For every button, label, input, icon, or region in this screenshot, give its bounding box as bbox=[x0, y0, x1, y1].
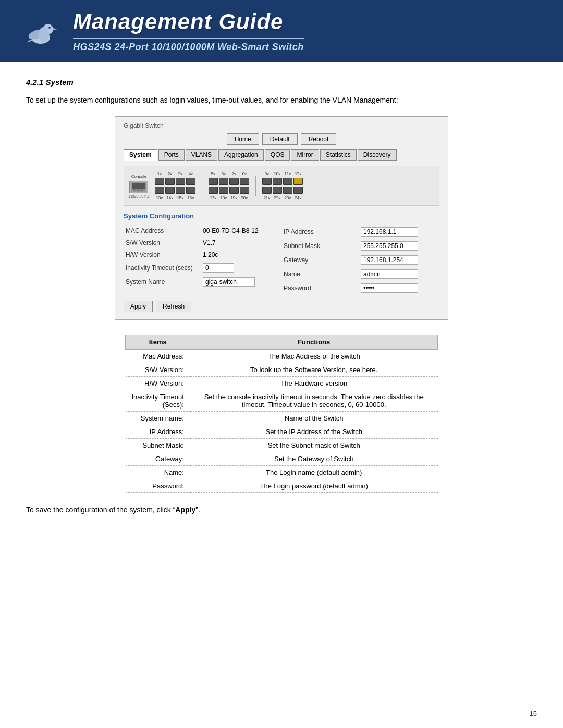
header-divider bbox=[73, 38, 304, 39]
port-24 bbox=[293, 187, 303, 194]
port-group-bottom-5-8 bbox=[209, 187, 249, 194]
ip-address-label: IP Address bbox=[284, 228, 357, 236]
sysname-label: System Name bbox=[126, 278, 199, 286]
port-labels-13-16-bottom: 13x 14x 15x 16x bbox=[155, 195, 195, 200]
port-labels-17-20-bottom: 17x 18x 19x 20x bbox=[209, 195, 249, 200]
home-button[interactable]: Home bbox=[227, 133, 259, 145]
name-input[interactable] bbox=[361, 269, 418, 279]
row-item: Mac Address: bbox=[126, 350, 190, 363]
row-function: The Login name (default admin) bbox=[190, 466, 438, 479]
tab-statistics[interactable]: Statistics bbox=[320, 149, 357, 161]
refresh-button[interactable]: Refresh bbox=[156, 301, 191, 312]
row-item: Password: bbox=[126, 479, 190, 493]
tab-ports[interactable]: Ports bbox=[158, 149, 185, 161]
switch-panel-title: Gigabit Switch bbox=[124, 122, 439, 129]
header-subtitle: HGS24S 24-Port 10/100/1000M Web-Smart Sw… bbox=[73, 42, 304, 53]
sw-version-label: S/W Version bbox=[126, 239, 199, 246]
intro-paragraph: To set up the system configurations such… bbox=[26, 95, 537, 106]
row-item: Inactivity Timeout(Secs): bbox=[126, 390, 190, 412]
subnet-mask-input[interactable] bbox=[361, 241, 418, 251]
console-icon bbox=[129, 181, 148, 193]
port-18 bbox=[219, 187, 228, 194]
svg-rect-10 bbox=[137, 189, 139, 191]
hw-version-label: H/W Version bbox=[126, 251, 199, 258]
switch-panel: Gigabit Switch Home Default Reboot Syste… bbox=[115, 116, 448, 320]
tab-qos[interactable]: QOS bbox=[265, 149, 290, 161]
port-17 bbox=[209, 187, 218, 194]
config-row-name: Name bbox=[282, 267, 439, 281]
config-row-password: Password bbox=[282, 281, 439, 295]
timeout-input[interactable] bbox=[203, 263, 234, 273]
row-function: The Hardware version bbox=[190, 377, 438, 390]
footer-note-prefix: To save the configuration of the system,… bbox=[26, 505, 175, 514]
row-function: Set the Gateway of Switch bbox=[190, 452, 438, 466]
subnet-mask-label: Subnet Mask bbox=[284, 242, 357, 250]
port-group-top-9-12 bbox=[262, 178, 303, 185]
sys-config-section: System Configuration MAC Address 00-E0-7… bbox=[124, 212, 439, 312]
table-row: Name: The Login name (default admin) bbox=[126, 466, 438, 479]
table-row: IP Address: Set the IP Address of the Sw… bbox=[126, 425, 438, 439]
port-9 bbox=[262, 178, 272, 185]
tab-aggregation[interactable]: Aggregation bbox=[218, 149, 264, 161]
config-form-grid: MAC Address 00-E0-7D-C4-B8-12 S/W Versio… bbox=[124, 225, 439, 295]
gateway-input[interactable] bbox=[361, 255, 418, 265]
mac-address-value: 00-E0-7D-C4-B8-12 bbox=[203, 227, 259, 235]
row-function: Set the Subnet mask of Switch bbox=[190, 439, 438, 452]
page-number: 15 bbox=[530, 710, 537, 718]
footer-note: To save the configuration of the system,… bbox=[26, 505, 537, 514]
ip-address-input[interactable] bbox=[361, 227, 418, 237]
port-separator-2 bbox=[255, 176, 256, 196]
svg-rect-9 bbox=[133, 189, 136, 191]
gateway-label: Gateway bbox=[284, 256, 357, 264]
config-col-right: IP Address Subnet Mask Gateway Name bbox=[282, 225, 439, 295]
row-function: The Mac Address of the switch bbox=[190, 350, 438, 363]
sw-version-value: V1.7 bbox=[203, 239, 216, 246]
reboot-button[interactable]: Reboot bbox=[301, 133, 337, 145]
port-labels-5-8-top: 5x 6x 7x 8x bbox=[209, 171, 249, 176]
console-label: Console bbox=[131, 174, 146, 179]
password-input[interactable] bbox=[361, 283, 418, 293]
apply-button[interactable]: Apply bbox=[124, 301, 153, 312]
port-group-5-8: 5x 6x 7x 8x 17x bbox=[209, 171, 249, 200]
port-16 bbox=[186, 187, 195, 194]
row-function: Set the console inactivity timeout in se… bbox=[190, 390, 438, 412]
config-row-gateway: Gateway bbox=[282, 253, 439, 267]
svg-rect-8 bbox=[132, 183, 145, 189]
action-buttons-row: Apply Refresh bbox=[124, 301, 439, 312]
table-row: Mac Address: The Mac Address of the swit… bbox=[126, 350, 438, 363]
port-15 bbox=[176, 187, 185, 194]
port-8 bbox=[240, 178, 249, 185]
port-separator-1 bbox=[202, 176, 202, 196]
port-group-top-1-4 bbox=[155, 178, 195, 185]
table-row: S/W Version: To look up the Software Ver… bbox=[126, 363, 438, 377]
main-content: 4.2.1 System To set up the system config… bbox=[0, 62, 563, 540]
sysname-input[interactable] bbox=[203, 277, 255, 287]
port-21 bbox=[262, 187, 272, 194]
default-button[interactable]: Default bbox=[262, 133, 298, 145]
tab-system[interactable]: System bbox=[124, 149, 157, 161]
tab-vlans[interactable]: VLANS bbox=[186, 149, 217, 161]
row-item: Gateway: bbox=[126, 452, 190, 466]
port-7 bbox=[229, 178, 239, 185]
config-row-ip: IP Address bbox=[282, 225, 439, 239]
table-row: System name: Name of the Switch bbox=[126, 412, 438, 425]
header-banner: Management Guide HGS24S 24-Port 10/100/1… bbox=[0, 0, 563, 62]
port-labels-9-12-top: 9x 10x 11x 12x bbox=[262, 171, 303, 176]
tab-discovery[interactable]: Discovery bbox=[358, 149, 397, 161]
port-labels-21-24-bottom: 21x 22x 23x 24x bbox=[262, 195, 303, 200]
footer-apply-bold: Apply bbox=[175, 505, 195, 514]
port-4 bbox=[186, 178, 195, 185]
ref-table: Items Functions Mac Address: The Mac Add… bbox=[125, 335, 438, 493]
port-group-9-12: 9x 10x 11x 12x 21x bbox=[262, 171, 303, 200]
row-function: Name of the Switch bbox=[190, 412, 438, 425]
port-22 bbox=[273, 187, 282, 194]
ref-table-container: Items Functions Mac Address: The Mac Add… bbox=[125, 335, 438, 493]
tab-mirror[interactable]: Mirror bbox=[291, 149, 319, 161]
row-item: Name: bbox=[126, 466, 190, 479]
col-header-functions: Functions bbox=[190, 335, 438, 350]
svg-marker-2 bbox=[53, 28, 57, 30]
row-item: Subnet Mask: bbox=[126, 439, 190, 452]
hw-version-value: 1.20c bbox=[203, 251, 218, 258]
row-item: S/W Version: bbox=[126, 363, 190, 377]
config-row-hw: H/W Version 1.20c bbox=[124, 249, 282, 261]
